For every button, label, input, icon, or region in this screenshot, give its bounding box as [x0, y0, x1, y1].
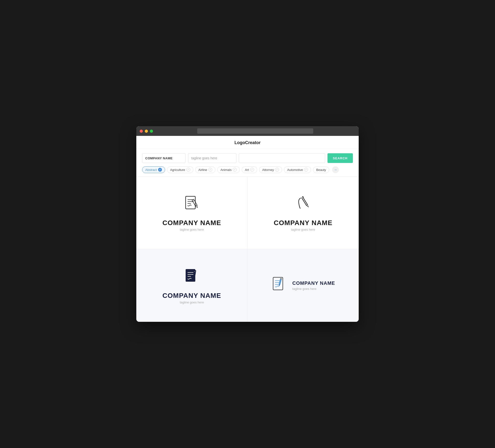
category-beauty-label: Beauty	[316, 168, 326, 172]
app-header: LogoCreator	[136, 136, 359, 149]
logo-grid: COMPANY NAME tagline goes here COMPANY N…	[136, 177, 359, 322]
category-agriculture-label: Agriculture	[170, 168, 185, 172]
address-bar	[197, 128, 313, 134]
logo-3-tagline: tagline goes here	[180, 301, 204, 304]
category-agriculture-check: ✓	[186, 168, 190, 172]
logo-1-company: COMPANY NAME	[163, 219, 221, 227]
company-name-input[interactable]	[142, 153, 186, 163]
category-abstract[interactable]: Abstract ✓	[142, 166, 165, 173]
category-animals-check: ✓	[233, 168, 237, 172]
category-airline-check: ✓	[208, 168, 212, 172]
keyword-input[interactable]	[239, 153, 325, 163]
tagline-input[interactable]	[188, 153, 236, 163]
category-animals[interactable]: Animals ✓	[217, 166, 240, 173]
logo-card-1[interactable]: COMPANY NAME tagline goes here	[136, 177, 248, 249]
maximize-button[interactable]	[150, 130, 153, 133]
logo-2-tagline: tagline goes here	[291, 228, 315, 231]
logo-card-3[interactable]: COMPANY NAME tagline goes here	[136, 249, 248, 322]
logo-4-text-group: COMPANY NAME tagline goes here	[292, 280, 335, 291]
category-automotive[interactable]: Automotive ✓	[284, 166, 311, 173]
category-attorney-check: ✓	[275, 168, 279, 172]
minimize-button[interactable]	[145, 130, 148, 133]
logo-1-tagline: tagline goes here	[180, 228, 204, 231]
logo-4-company: COMPANY NAME	[292, 280, 335, 286]
category-airline-label: Airline	[198, 168, 207, 172]
logo-card-2[interactable]: COMPANY NAME tagline goes here	[248, 177, 359, 249]
logo-icon-4	[271, 276, 289, 294]
logo-icon-3	[182, 267, 202, 287]
category-attorney[interactable]: Attorney ✓	[259, 166, 282, 173]
svg-rect-0	[186, 196, 195, 209]
category-automotive-check: ✓	[304, 168, 308, 172]
category-agriculture[interactable]: Agriculture ✓	[167, 166, 193, 173]
category-art-check: ✓	[250, 168, 254, 172]
category-abstract-label: Abstract	[145, 168, 157, 172]
search-bar: SEARCH	[136, 149, 359, 166]
category-beauty[interactable]: Beauty	[313, 167, 329, 173]
logo-card-4[interactable]: COMPANY NAME tagline goes here	[248, 249, 359, 322]
category-bar: Abstract ✓ Agriculture ✓ Airline ✓ Anima…	[136, 166, 359, 177]
svg-rect-4	[192, 199, 197, 206]
search-button[interactable]: SEARCH	[328, 153, 353, 163]
logo-2-company: COMPANY NAME	[274, 219, 332, 227]
svg-line-6	[193, 200, 194, 201]
close-button[interactable]	[140, 130, 143, 133]
logo-icon-1	[182, 194, 202, 215]
category-attorney-label: Attorney	[262, 168, 274, 172]
logo-4-tagline: tagline goes here	[292, 287, 335, 291]
category-art[interactable]: Art ✓	[242, 166, 257, 173]
browser-window: LogoCreator SEARCH Abstract ✓ Agricultur…	[136, 126, 359, 322]
next-categories-button[interactable]: →	[332, 166, 339, 173]
category-airline[interactable]: Airline ✓	[195, 166, 215, 173]
logo-icon-2	[293, 194, 313, 215]
logo-3-company: COMPANY NAME	[163, 292, 221, 300]
titlebar	[136, 126, 359, 136]
category-art-label: Art	[245, 168, 249, 172]
category-automotive-label: Automotive	[287, 168, 303, 172]
category-animals-label: Animals	[220, 168, 232, 172]
app-title: LogoCreator	[234, 140, 261, 145]
category-abstract-check: ✓	[158, 168, 162, 172]
